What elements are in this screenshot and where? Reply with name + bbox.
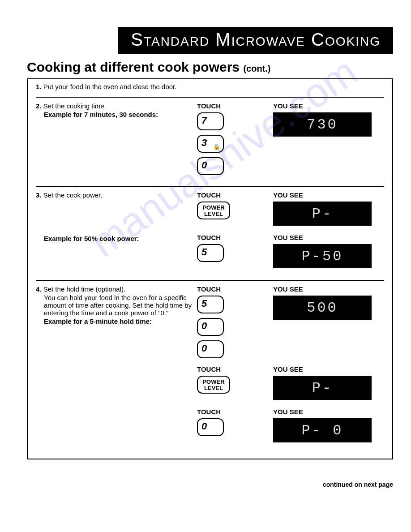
lcd-display: 730 [273,112,372,137]
step-3: 3. Set the cook power. TOUCH POWER LEVEL… [36,186,384,274]
keypad-button-5: 5 [197,244,224,262]
section-banner: Standard Microwave Cooking [118,27,393,54]
page-title: Cooking at different cook powers (cont.) [27,60,393,75]
step-note: You can hold your food in the oven for a… [36,294,193,317]
step-number: 4. [36,285,42,293]
yousee-heading: YOU SEE [273,365,381,373]
keypad-button-0: 0 [197,157,224,175]
yousee-heading: YOU SEE [273,408,381,416]
yousee-heading: YOU SEE [273,102,381,110]
touch-heading: TOUCH [197,102,273,110]
touch-heading: TOUCH [197,408,273,416]
yousee-heading: YOU SEE [273,234,381,241]
keypad-button-0: 0 [197,418,224,436]
lcd-display: P- [273,376,372,400]
page-footer: continued on next page [0,477,411,499]
keypad-digit: 5 [201,298,207,309]
title-suffix: (cont.) [243,64,270,73]
yousee-heading: YOU SEE [273,191,381,199]
lock-icon: 🔒 [213,143,220,150]
yousee-heading: YOU SEE [273,285,381,293]
step-example: Example for 50% cook power: [36,235,193,242]
lcd-display: P- 0 [273,418,372,442]
instruction-box: 1. Put your food in the oven and close t… [27,78,393,459]
keypad-button-power-level: POWER LEVEL [197,202,230,219]
touch-heading: TOUCH [197,191,273,199]
keypad-button-power-level: POWER LEVEL [197,376,230,394]
keypad-digit: 7 [201,115,207,126]
keypad-digit: 0 [201,420,207,432]
keypad-button-0: 0 [197,340,224,358]
keypad-digit: 0 [201,159,207,171]
step-2: 2. Set the cooking time. Example for 7 m… [36,97,384,180]
keypad-digit: 0 [201,343,207,354]
keypad-button-3: 3🔒 [197,135,224,153]
lcd-display: P- [273,202,372,226]
keypad-digit: 5 [201,246,207,257]
step-text: Set the hold time (optional). [43,285,125,293]
manual-page: manualshive.com Standard Microwave Cooki… [0,0,411,477]
touch-heading: TOUCH [197,365,273,373]
touch-heading: TOUCH [197,285,273,293]
step-text: Set the cook power. [43,191,103,199]
step-example: Example for 7 minutes, 30 seconds: [36,111,193,118]
lcd-display: 500 [273,296,372,320]
keypad-digit: 3 [201,137,207,148]
step-1: 1. Put your food in the oven and close t… [36,83,384,90]
step-number: 2. [36,102,42,110]
keypad-button-7: 7 [197,112,224,130]
step-text: Put your food in the oven and close the … [43,83,177,90]
touch-heading: TOUCH [197,234,273,241]
keypad-button-5: 5 [197,296,224,313]
title-main: Cooking at different cook powers [27,60,243,74]
step-number: 3. [36,191,42,199]
step-4: 4. Set the hold time (optional). You can… [36,280,384,448]
lcd-display: P-50 [273,244,372,268]
step-text: Set the cooking time. [43,102,106,110]
step-example: Example for a 5-minute hold time: [36,317,193,325]
keypad-digit: 0 [201,320,207,331]
step-number: 1. [36,83,42,90]
keypad-button-0: 0 [197,318,224,336]
